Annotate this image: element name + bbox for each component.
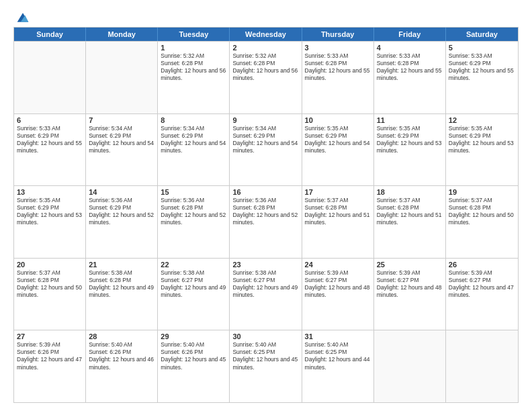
day-cell-1: 1Sunrise: 5:32 AMSunset: 6:28 PMDaylight…	[158, 42, 230, 113]
empty-cell	[374, 330, 446, 402]
day-info: Sunrise: 5:35 AMSunset: 6:29 PMDaylight:…	[449, 125, 515, 154]
day-info: Sunrise: 5:39 AMSunset: 6:27 PMDaylight:…	[377, 269, 443, 299]
day-cell-25: 25Sunrise: 5:39 AMSunset: 6:27 PMDayligh…	[374, 259, 446, 330]
day-info: Sunrise: 5:40 AMSunset: 6:26 PMDaylight:…	[161, 341, 226, 371]
day-cell-11: 11Sunrise: 5:35 AMSunset: 6:29 PMDayligh…	[374, 114, 446, 186]
day-info: Sunrise: 5:36 AMSunset: 6:28 PMDaylight:…	[161, 197, 226, 226]
day-number: 2	[232, 44, 298, 52]
day-number: 12	[449, 116, 515, 124]
day-number: 29	[161, 332, 226, 340]
day-info: Sunrise: 5:34 AMSunset: 6:29 PMDaylight:…	[161, 125, 226, 154]
day-cell-20: 20Sunrise: 5:37 AMSunset: 6:28 PMDayligh…	[14, 259, 86, 330]
day-cell-7: 7Sunrise: 5:34 AMSunset: 6:29 PMDaylight…	[86, 114, 158, 186]
day-number: 18	[377, 188, 443, 196]
empty-cell	[86, 42, 158, 113]
day-cell-31: 31Sunrise: 5:40 AMSunset: 6:25 PMDayligh…	[302, 330, 374, 402]
day-cell-28: 28Sunrise: 5:40 AMSunset: 6:26 PMDayligh…	[86, 330, 158, 402]
day-info: Sunrise: 5:32 AMSunset: 6:28 PMDaylight:…	[232, 52, 298, 82]
day-number: 7	[89, 116, 154, 124]
day-cell-14: 14Sunrise: 5:36 AMSunset: 6:29 PMDayligh…	[86, 186, 158, 258]
day-number: 23	[232, 261, 298, 269]
calendar-row-1: 1Sunrise: 5:32 AMSunset: 6:28 PMDaylight…	[14, 41, 518, 113]
day-cell-4: 4Sunrise: 5:33 AMSunset: 6:28 PMDaylight…	[374, 42, 446, 113]
day-info: Sunrise: 5:40 AMSunset: 6:25 PMDaylight:…	[232, 341, 298, 371]
day-info: Sunrise: 5:39 AMSunset: 6:27 PMDaylight:…	[449, 269, 515, 299]
calendar-row-3: 13Sunrise: 5:35 AMSunset: 6:29 PMDayligh…	[14, 185, 518, 258]
day-cell-9: 9Sunrise: 5:34 AMSunset: 6:29 PMDaylight…	[230, 114, 302, 186]
calendar-row-4: 20Sunrise: 5:37 AMSunset: 6:28 PMDayligh…	[14, 258, 518, 330]
day-cell-30: 30Sunrise: 5:40 AMSunset: 6:25 PMDayligh…	[230, 330, 302, 402]
header-day-thursday: Thursday	[302, 28, 374, 41]
day-number: 16	[232, 188, 298, 196]
day-info: Sunrise: 5:33 AMSunset: 6:28 PMDaylight:…	[377, 52, 443, 82]
day-number: 24	[305, 261, 371, 269]
day-cell-2: 2Sunrise: 5:32 AMSunset: 6:28 PMDaylight…	[230, 42, 302, 113]
day-number: 3	[305, 44, 371, 52]
calendar-header: SundayMondayTuesdayWednesdayThursdayFrid…	[14, 28, 518, 41]
day-info: Sunrise: 5:34 AMSunset: 6:29 PMDaylight:…	[232, 125, 298, 154]
day-info: Sunrise: 5:35 AMSunset: 6:29 PMDaylight:…	[305, 125, 371, 154]
day-number: 8	[161, 116, 226, 124]
day-cell-6: 6Sunrise: 5:33 AMSunset: 6:29 PMDaylight…	[14, 114, 86, 186]
day-number: 13	[17, 188, 83, 196]
header-day-saturday: Saturday	[446, 28, 518, 41]
day-cell-27: 27Sunrise: 5:39 AMSunset: 6:26 PMDayligh…	[14, 330, 86, 402]
day-info: Sunrise: 5:39 AMSunset: 6:26 PMDaylight:…	[17, 341, 83, 371]
day-number: 26	[449, 261, 515, 269]
day-number: 10	[305, 116, 371, 124]
day-number: 27	[17, 332, 83, 340]
day-info: Sunrise: 5:36 AMSunset: 6:29 PMDaylight:…	[89, 197, 154, 226]
page: SundayMondayTuesdayWednesdayThursdayFrid…	[0, 0, 532, 411]
day-cell-23: 23Sunrise: 5:38 AMSunset: 6:27 PMDayligh…	[230, 259, 302, 330]
day-info: Sunrise: 5:37 AMSunset: 6:28 PMDaylight:…	[449, 197, 515, 226]
calendar-body: 1Sunrise: 5:32 AMSunset: 6:28 PMDaylight…	[14, 41, 518, 402]
day-info: Sunrise: 5:32 AMSunset: 6:28 PMDaylight:…	[161, 52, 226, 82]
day-info: Sunrise: 5:37 AMSunset: 6:28 PMDaylight:…	[305, 197, 371, 226]
day-cell-12: 12Sunrise: 5:35 AMSunset: 6:29 PMDayligh…	[446, 114, 518, 186]
day-number: 30	[232, 332, 298, 340]
header-day-tuesday: Tuesday	[158, 28, 230, 41]
day-cell-29: 29Sunrise: 5:40 AMSunset: 6:26 PMDayligh…	[158, 330, 230, 402]
calendar-row-2: 6Sunrise: 5:33 AMSunset: 6:29 PMDaylight…	[14, 113, 518, 186]
logo	[13, 11, 30, 21]
day-info: Sunrise: 5:37 AMSunset: 6:28 PMDaylight:…	[377, 197, 443, 226]
header-day-friday: Friday	[374, 28, 446, 41]
day-number: 20	[17, 261, 83, 269]
day-cell-19: 19Sunrise: 5:37 AMSunset: 6:28 PMDayligh…	[446, 186, 518, 258]
day-cell-15: 15Sunrise: 5:36 AMSunset: 6:28 PMDayligh…	[158, 186, 230, 258]
day-cell-26: 26Sunrise: 5:39 AMSunset: 6:27 PMDayligh…	[446, 259, 518, 330]
day-info: Sunrise: 5:37 AMSunset: 6:28 PMDaylight:…	[17, 269, 83, 299]
header-day-wednesday: Wednesday	[230, 28, 302, 41]
day-cell-5: 5Sunrise: 5:33 AMSunset: 6:29 PMDaylight…	[446, 42, 518, 113]
day-number: 1	[161, 44, 226, 52]
empty-cell	[14, 42, 86, 113]
day-info: Sunrise: 5:38 AMSunset: 6:28 PMDaylight:…	[89, 269, 154, 299]
header	[13, 11, 519, 21]
day-info: Sunrise: 5:33 AMSunset: 6:29 PMDaylight:…	[17, 125, 83, 154]
header-day-monday: Monday	[86, 28, 158, 41]
day-cell-3: 3Sunrise: 5:33 AMSunset: 6:28 PMDaylight…	[302, 42, 374, 113]
day-number: 28	[89, 332, 154, 340]
day-cell-13: 13Sunrise: 5:35 AMSunset: 6:29 PMDayligh…	[14, 186, 86, 258]
logo-text	[13, 11, 30, 24]
day-number: 14	[89, 188, 154, 196]
day-info: Sunrise: 5:38 AMSunset: 6:27 PMDaylight:…	[232, 269, 298, 299]
header-day-sunday: Sunday	[14, 28, 86, 41]
day-number: 22	[161, 261, 226, 269]
day-number: 25	[377, 261, 443, 269]
day-info: Sunrise: 5:33 AMSunset: 6:29 PMDaylight:…	[449, 52, 515, 82]
empty-cell	[446, 330, 518, 402]
day-info: Sunrise: 5:40 AMSunset: 6:26 PMDaylight:…	[89, 341, 154, 371]
day-cell-17: 17Sunrise: 5:37 AMSunset: 6:28 PMDayligh…	[302, 186, 374, 258]
day-cell-24: 24Sunrise: 5:39 AMSunset: 6:27 PMDayligh…	[302, 259, 374, 330]
day-cell-10: 10Sunrise: 5:35 AMSunset: 6:29 PMDayligh…	[302, 114, 374, 186]
day-info: Sunrise: 5:33 AMSunset: 6:28 PMDaylight:…	[305, 52, 371, 82]
day-number: 17	[305, 188, 371, 196]
day-number: 15	[161, 188, 226, 196]
day-number: 31	[305, 332, 371, 340]
day-info: Sunrise: 5:38 AMSunset: 6:27 PMDaylight:…	[161, 269, 226, 299]
day-number: 5	[449, 44, 515, 52]
day-number: 21	[89, 261, 154, 269]
day-cell-16: 16Sunrise: 5:36 AMSunset: 6:28 PMDayligh…	[230, 186, 302, 258]
day-info: Sunrise: 5:39 AMSunset: 6:27 PMDaylight:…	[305, 269, 371, 299]
